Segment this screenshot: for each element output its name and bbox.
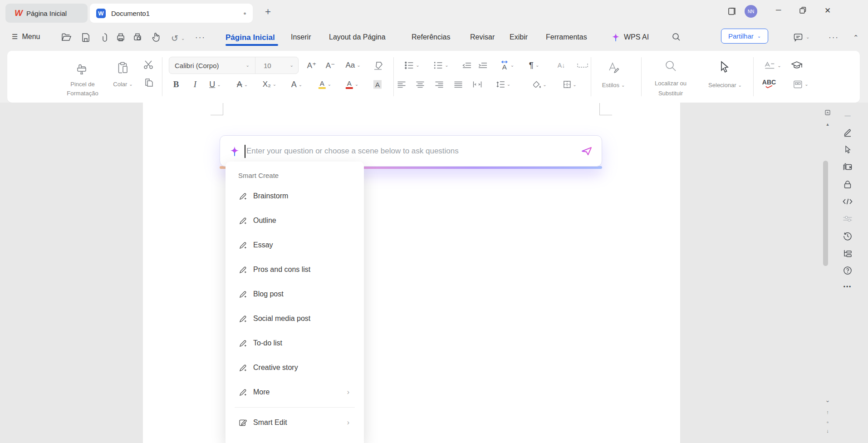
clear-formatting-button[interactable] (373, 60, 383, 70)
tab-revisar[interactable]: Revisar (470, 33, 495, 41)
format-painter-button[interactable] (75, 62, 88, 76)
select-tool-icon[interactable] (843, 145, 852, 154)
new-tab-button[interactable]: ＋ (263, 6, 273, 16)
align-left-button[interactable] (397, 81, 406, 88)
sort-button[interactable]: A↓ (558, 62, 565, 69)
ink-annotation-icon[interactable] (843, 128, 852, 137)
tab-exibir[interactable]: Exibir (510, 33, 528, 41)
rail-collapse-icon[interactable]: — (845, 112, 851, 119)
tab-wps-ai[interactable]: WPS AI (611, 32, 649, 42)
numbered-list-button[interactable]: ⌄ (433, 61, 448, 69)
tab-layout-da-pagina[interactable]: Layout da Página (329, 33, 386, 41)
more-options-icon[interactable]: ··· (829, 33, 839, 42)
shading-button[interactable]: ⌄ (532, 81, 546, 89)
font-color-button[interactable]: A ⌄ (346, 80, 358, 89)
restore-button[interactable] (799, 6, 807, 14)
styles-label[interactable]: Estilos⌄ (602, 82, 625, 89)
tab-ferramentas[interactable]: Ferramentas (546, 33, 587, 41)
close-button[interactable]: ✕ (824, 6, 831, 15)
vertical-scrollbar-thumb[interactable] (823, 161, 828, 266)
shrink-font-button[interactable]: A⁻ (326, 61, 335, 70)
find-replace-button[interactable] (664, 59, 677, 73)
code-tool-icon[interactable] (843, 198, 853, 205)
document-structure-icon[interactable] (843, 249, 852, 257)
print-preview-icon[interactable] (132, 32, 142, 42)
close-all-windows-icon[interactable] (843, 163, 853, 172)
grow-font-button[interactable]: A⁺ (307, 61, 316, 70)
subscript-button[interactable]: X₂ ⌄ (263, 80, 276, 89)
export-pdf-icon[interactable] (100, 32, 108, 42)
text-annotation-button[interactable]: ⌄ (764, 62, 781, 69)
bullet-list-button[interactable]: ⌄ (404, 61, 419, 69)
tab-pagina-inicial[interactable]: Página Inicial (226, 33, 275, 42)
menu-item-pros-and-cons-list[interactable]: Pros and cons list (226, 257, 364, 282)
strikethrough-button[interactable]: A ⌄ (237, 80, 248, 89)
distribute-button[interactable] (473, 81, 482, 88)
settings-sliders-icon[interactable] (843, 215, 853, 222)
search-icon[interactable] (672, 32, 681, 42)
align-center-button[interactable] (416, 81, 425, 88)
copy-button[interactable] (143, 77, 153, 88)
tab-inserir[interactable]: Inserir (291, 33, 311, 41)
increase-indent-button[interactable] (477, 62, 487, 69)
borders-button[interactable]: ⌄ (563, 81, 576, 89)
tab-settings-button[interactable] (577, 62, 588, 69)
menu-item-brainstorm[interactable]: Brainstorm (226, 184, 364, 208)
justify-button[interactable] (454, 81, 463, 88)
save-icon[interactable] (81, 32, 90, 42)
font-name-select[interactable]: Calibri (Corpo) ⌄ (169, 57, 255, 74)
find-replace-label-1[interactable]: Localizar ou (655, 80, 687, 87)
menu-item-outline[interactable]: Outline (226, 208, 364, 233)
avatar[interactable]: NN (745, 5, 757, 18)
cut-button[interactable] (143, 59, 154, 70)
font-size-select[interactable]: 10 ⌄ (255, 57, 298, 74)
select-button[interactable] (718, 60, 731, 74)
underline-button[interactable]: U ⌄ (209, 80, 221, 89)
ai-question-input[interactable] (246, 147, 581, 156)
menu-item-blog-post[interactable]: Blog post (226, 282, 364, 306)
document-tab[interactable]: W Documento1 ● (90, 4, 253, 23)
select-label[interactable]: Selecionar⌄ (708, 82, 742, 89)
lock-icon[interactable] (843, 180, 852, 189)
send-icon[interactable] (581, 146, 593, 157)
menu-item-more[interactable]: More › (226, 380, 364, 404)
scroll-widget-icon[interactable] (824, 109, 831, 116)
history-icon[interactable] (843, 231, 852, 241)
line-spacing-button[interactable]: ⌄ (496, 81, 510, 88)
menu-item-social-media-post[interactable]: Social media post (226, 306, 364, 331)
next-page-button[interactable]: ↓ (826, 428, 829, 433)
share-button[interactable]: Partilhar ⌄ (721, 29, 768, 44)
hand-tool-icon[interactable] (151, 32, 161, 42)
print-icon[interactable] (116, 32, 126, 42)
find-replace-label-2[interactable]: Substituir (658, 90, 683, 97)
tab-referencias[interactable]: Referências (412, 33, 450, 41)
paste-button[interactable] (116, 61, 130, 75)
paragraph-marks-button[interactable]: ¶ ⌄ (529, 60, 539, 70)
text-direction-button[interactable]: A ⌄ (500, 60, 514, 70)
paste-label[interactable]: Colar⌄ (113, 81, 132, 88)
align-right-button[interactable] (435, 81, 444, 88)
rail-more-icon[interactable]: ••• (843, 284, 852, 290)
quick-toolbar-more-icon[interactable]: ··· (195, 33, 206, 42)
menu-item-creative-story[interactable]: Creative story (226, 355, 364, 380)
collapse-ribbon-icon[interactable]: ⌃ (853, 34, 859, 42)
decrease-indent-button[interactable] (461, 62, 471, 69)
scroll-up-arrow[interactable]: ▲ (826, 122, 830, 127)
menu-item-to-do-list[interactable]: To-do list (226, 331, 364, 355)
home-tab[interactable]: W Página Inicial (5, 4, 88, 23)
scroll-down-chevron[interactable]: ⌄ (825, 397, 830, 404)
previous-page-button[interactable]: ↑ (826, 409, 829, 415)
highlight-color-button[interactable]: A ⌄ (319, 80, 331, 89)
change-case-button[interactable]: Aa⌄ (345, 61, 360, 70)
help-icon[interactable] (843, 266, 852, 275)
text-effects-button[interactable]: A ⌄ (291, 80, 302, 89)
open-file-icon[interactable] (61, 32, 72, 42)
menu-item-smart-edit[interactable]: Smart Edit › (226, 410, 364, 435)
selection-pane-button[interactable]: ⌄ (793, 80, 808, 89)
bold-button[interactable]: B (173, 79, 179, 89)
format-painter-label-2[interactable]: Formatação (67, 90, 98, 97)
styles-button[interactable] (607, 60, 620, 74)
comments-button[interactable]: ⌄ (793, 33, 809, 42)
minimize-button[interactable]: ─ (776, 6, 781, 14)
learning-tools-button[interactable] (790, 60, 803, 70)
